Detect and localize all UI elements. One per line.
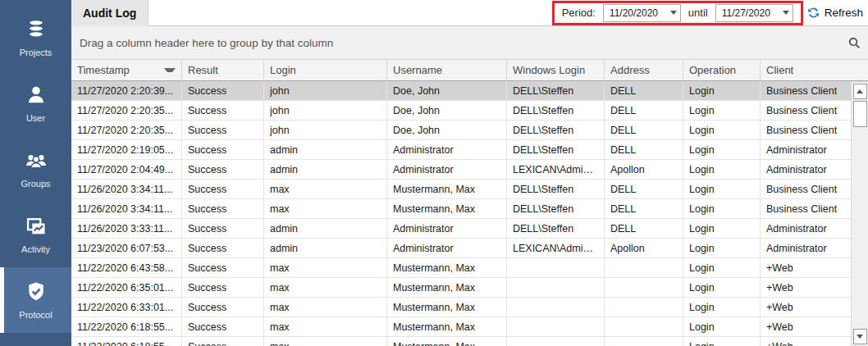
cell-windows-login: DELL\Steffen xyxy=(507,140,605,159)
sidebar-item-groups[interactable]: Groups xyxy=(0,136,71,202)
scroll-down-button[interactable] xyxy=(853,329,867,344)
grid-body: 11/27/2020 2:20:39...SuccessjohnDoe, Joh… xyxy=(71,81,868,346)
column-header-label: Login xyxy=(270,64,296,76)
cell-client: Business Client xyxy=(761,101,851,120)
cell-username: Administrator xyxy=(387,219,507,238)
cell-timestamp: 11/27/2020 2:20:35... xyxy=(71,121,182,139)
cell-result: Success xyxy=(182,219,264,238)
cell-login: admin xyxy=(264,160,387,179)
table-row[interactable]: 11/22/2020 6:18:55...SuccessmaxMusterman… xyxy=(71,337,868,346)
sidebar-item-projects[interactable]: Projects xyxy=(0,5,71,71)
cell-result: Success xyxy=(182,199,264,218)
audit-log-grid: TimestampResultLoginUsernameWindows Logi… xyxy=(71,60,868,346)
sidebar-item-label: Groups xyxy=(21,179,50,189)
column-header-username[interactable]: Username xyxy=(387,60,507,80)
cell-address: DELL xyxy=(605,140,683,159)
sidebar-item-user[interactable]: User xyxy=(0,71,71,136)
table-row[interactable]: 11/26/2020 3:34:11...SuccessmaxMusterman… xyxy=(71,180,868,199)
chevron-down-icon[interactable] xyxy=(779,11,793,15)
group-by-panel[interactable]: Drag a column header here to group by th… xyxy=(71,26,868,60)
column-header-login[interactable]: Login xyxy=(264,60,387,80)
cell-timestamp: 11/27/2020 2:19:05... xyxy=(71,140,182,159)
cell-username: Doe, John xyxy=(387,101,507,120)
cell-address xyxy=(605,298,683,316)
table-row[interactable]: 11/22/2020 6:43:58...SuccessmaxMusterman… xyxy=(71,258,868,278)
sidebar-item-protocol[interactable]: Protocol xyxy=(0,267,71,333)
table-row[interactable]: 11/27/2020 2:19:05...SuccessadminAdminis… xyxy=(71,140,868,160)
refresh-icon xyxy=(807,7,820,19)
cell-result: Success xyxy=(182,337,264,346)
cell-result: Success xyxy=(182,239,264,257)
sidebar-item-label: Projects xyxy=(20,48,53,57)
cell-result: Success xyxy=(182,317,264,336)
cell-windows-login xyxy=(507,298,605,316)
cell-client: +Web xyxy=(761,278,851,297)
vertical-scrollbar[interactable] xyxy=(851,82,868,346)
cell-username: Mustermann, Max xyxy=(387,337,507,346)
date-from-input[interactable]: 11/20/2020 xyxy=(603,4,681,22)
table-row[interactable]: 11/27/2020 2:04:49...SuccessadminAdminis… xyxy=(71,160,868,180)
cell-windows-login xyxy=(507,258,605,277)
scrollbar-thumb[interactable] xyxy=(853,101,867,127)
cell-login: max xyxy=(264,278,387,297)
cell-timestamp: 11/26/2020 3:33:11... xyxy=(71,219,182,238)
cell-operation: Login xyxy=(683,278,761,297)
cell-operation: Login xyxy=(683,317,761,336)
table-row[interactable]: 11/26/2020 3:33:11...SuccessadminAdminis… xyxy=(71,219,868,239)
table-row[interactable]: 11/27/2020 2:20:39...SuccessjohnDoe, Joh… xyxy=(71,81,868,101)
cell-username: Mustermann, Max xyxy=(387,180,507,198)
cell-windows-login: DELL\Steffen xyxy=(507,199,605,218)
table-row[interactable]: 11/27/2020 2:20:35...SuccessjohnDoe, Joh… xyxy=(71,121,868,140)
cell-address xyxy=(605,258,683,277)
cell-address: Apollon xyxy=(605,239,683,257)
cell-operation: Login xyxy=(683,219,761,238)
cell-login: john xyxy=(264,121,387,139)
tab-audit-log[interactable]: Audit Log xyxy=(71,0,148,26)
column-header-client[interactable]: Client xyxy=(761,60,851,80)
cell-operation: Login xyxy=(683,258,761,277)
cell-login: max xyxy=(264,180,387,198)
column-header-operation[interactable]: Operation xyxy=(683,60,761,80)
cell-timestamp: 11/27/2020 2:04:49... xyxy=(71,160,182,179)
table-row[interactable]: 11/23/2020 6:07:53...SuccessadminAdminis… xyxy=(71,239,868,258)
cell-result: Success xyxy=(182,160,264,179)
table-row[interactable]: 11/27/2020 2:20:35...SuccessjohnDoe, Joh… xyxy=(71,101,868,121)
table-row[interactable]: 11/26/2020 3:34:11...SuccessmaxMusterman… xyxy=(71,199,868,219)
cell-client: Business Client xyxy=(761,121,851,139)
sort-desc-icon xyxy=(164,68,176,72)
scroll-down-icon xyxy=(857,335,863,339)
cell-timestamp: 11/23/2020 6:07:53... xyxy=(71,239,182,257)
scroll-up-button[interactable] xyxy=(853,84,867,99)
topbar: Audit Log Period: 11/20/2020 until 11/27… xyxy=(71,0,868,26)
scroll-up-icon xyxy=(857,89,863,93)
cell-username: Administrator xyxy=(387,160,507,179)
cell-operation: Login xyxy=(683,298,761,316)
column-header-label: Username xyxy=(393,64,442,76)
chevron-down-icon[interactable] xyxy=(667,11,680,15)
app-window: Projects User Gr xyxy=(0,0,868,346)
column-header-timestamp[interactable]: Timestamp xyxy=(71,60,182,80)
cell-timestamp: 11/27/2020 2:20:39... xyxy=(71,81,182,100)
date-to-input[interactable]: 11/27/2020 xyxy=(715,4,793,22)
sidebar-item-activity[interactable]: Activity xyxy=(0,202,71,267)
column-header-windows-login[interactable]: Windows Login xyxy=(507,60,605,80)
cell-client: Administrator xyxy=(761,219,851,238)
table-row[interactable]: 11/22/2020 6:18:55...SuccessmaxMusterman… xyxy=(71,317,868,337)
column-header-address[interactable]: Address xyxy=(605,60,683,80)
table-row[interactable]: 11/22/2020 6:35:01...SuccessmaxMusterman… xyxy=(71,278,868,298)
cell-username: Mustermann, Max xyxy=(387,298,507,316)
cell-operation: Login xyxy=(683,140,761,159)
cell-timestamp: 11/22/2020 6:18:55... xyxy=(71,337,182,346)
cell-timestamp: 11/22/2020 6:43:58... xyxy=(71,258,182,277)
cell-username: Mustermann, Max xyxy=(387,258,507,277)
cell-login: admin xyxy=(264,239,387,257)
search-icon[interactable] xyxy=(847,36,861,50)
refresh-button[interactable]: Refresh xyxy=(807,7,863,19)
column-header-result[interactable]: Result xyxy=(182,60,264,80)
cell-client: +Web xyxy=(761,317,851,336)
cell-windows-login: DELL\Steffen xyxy=(507,219,605,238)
cell-client: Business Client xyxy=(761,180,851,198)
cell-client: Business Client xyxy=(761,81,851,100)
table-row[interactable]: 11/22/2020 6:33:01...SuccessmaxMusterman… xyxy=(71,298,868,317)
sidebar: Projects User Gr xyxy=(0,0,71,346)
